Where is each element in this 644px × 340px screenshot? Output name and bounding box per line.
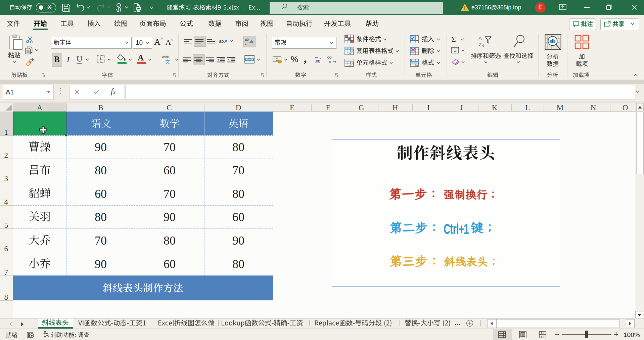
svg-text:.00: .00 — [326, 56, 331, 59]
svg-text:0: 0 — [320, 56, 321, 59]
svg-text:ab: ab — [245, 37, 249, 41]
svg-text:ab: ab — [219, 39, 224, 44]
svg-text:c: c — [245, 41, 246, 45]
svg-text:A: A — [478, 35, 482, 41]
svg-text:Z: Z — [478, 42, 481, 47]
svg-text:0: 0 — [329, 60, 331, 63]
svg-text:.00: .00 — [315, 59, 320, 63]
